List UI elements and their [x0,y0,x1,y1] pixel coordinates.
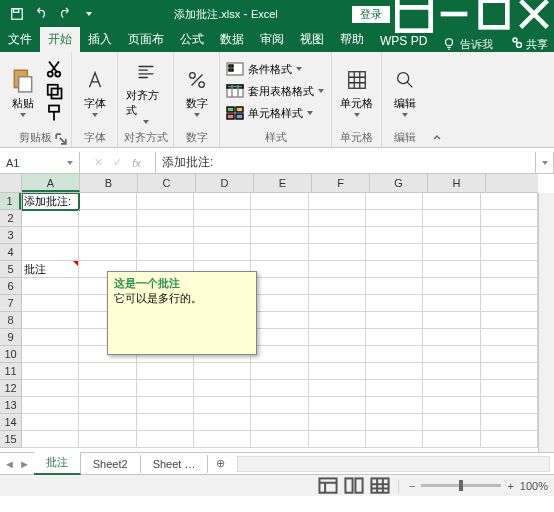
cell[interactable] [366,380,423,397]
cell-A1[interactable]: 添加批注: [22,193,79,210]
cell[interactable] [309,210,366,227]
cell[interactable] [251,346,308,363]
cell[interactable] [423,261,480,278]
cell[interactable] [194,414,251,431]
cell[interactable] [309,346,366,363]
conditional-format-button[interactable]: 条件格式 [224,60,326,78]
row-header[interactable]: 13 [0,397,21,414]
cell[interactable] [251,227,308,244]
row-header[interactable]: 15 [0,431,21,448]
table-format-button[interactable]: 套用表格格式 [224,82,326,100]
cell[interactable] [423,193,480,210]
cell[interactable] [22,414,79,431]
tab-insert[interactable]: 插入 [80,27,120,52]
cell-styles-button[interactable]: 单元格样式 [224,104,326,122]
cells-area[interactable]: 添加批注: 批注 这是一个批注 它可以是多行的。 [22,193,538,452]
cell[interactable] [79,363,136,380]
cell[interactable] [366,312,423,329]
cell[interactable] [194,227,251,244]
cell[interactable] [194,363,251,380]
page-layout-view-icon[interactable] [344,478,364,494]
comment-popup[interactable]: 这是一个批注 它可以是多行的。 [107,271,257,355]
cell[interactable] [481,193,538,210]
cell[interactable] [79,244,136,261]
cell[interactable] [423,346,480,363]
cell[interactable] [481,329,538,346]
sheet-prev-icon[interactable]: ◄ [4,458,15,470]
row-header[interactable]: 2 [0,210,21,227]
cell[interactable] [79,414,136,431]
collapse-ribbon-icon[interactable] [428,52,446,147]
cell[interactable] [366,193,423,210]
cell[interactable] [366,244,423,261]
cell[interactable] [251,414,308,431]
vertical-scrollbar[interactable] [538,193,554,452]
cell-A5[interactable]: 批注 [22,261,79,278]
cell[interactable] [79,193,136,210]
row-header[interactable]: 12 [0,380,21,397]
col-header[interactable]: D [196,174,254,192]
col-header[interactable]: G [370,174,428,192]
cell[interactable] [309,244,366,261]
cell[interactable] [309,193,366,210]
cell[interactable] [366,414,423,431]
cell[interactable] [251,380,308,397]
cell[interactable] [423,210,480,227]
enter-icon[interactable]: ✓ [113,156,122,169]
sheet-tab[interactable]: Sheet2 [81,455,141,473]
cell[interactable] [423,329,480,346]
close-icon[interactable] [514,0,554,28]
cell[interactable] [194,210,251,227]
formula-input[interactable]: 添加批注: [156,152,536,173]
col-header[interactable]: A [22,174,80,192]
save-icon[interactable] [6,3,28,25]
undo-icon[interactable] [30,3,52,25]
cell[interactable] [137,244,194,261]
cell[interactable] [137,414,194,431]
cell[interactable] [309,414,366,431]
cell[interactable] [481,380,538,397]
cell[interactable] [309,261,366,278]
cell[interactable] [79,431,136,448]
minimize-icon[interactable] [434,0,474,28]
cells-button[interactable]: 单元格 [336,64,377,119]
cell[interactable] [22,363,79,380]
row-header[interactable]: 8 [0,312,21,329]
cell[interactable] [251,312,308,329]
cell[interactable] [251,363,308,380]
cell[interactable] [481,414,538,431]
cell[interactable] [79,227,136,244]
cell[interactable] [251,244,308,261]
cell[interactable] [22,295,79,312]
cell[interactable] [423,244,480,261]
editing-button[interactable]: 编辑 [386,64,424,119]
cell[interactable] [137,210,194,227]
cell[interactable] [22,346,79,363]
cell[interactable] [366,329,423,346]
cell[interactable] [22,329,79,346]
cell[interactable] [423,295,480,312]
cell[interactable] [22,210,79,227]
cell[interactable] [366,278,423,295]
qat-more-icon[interactable] [78,3,100,25]
cell[interactable] [309,380,366,397]
cell[interactable] [194,397,251,414]
tab-file[interactable]: 文件 [0,27,40,52]
cell[interactable] [22,278,79,295]
tab-data[interactable]: 数据 [212,27,252,52]
cell[interactable] [137,227,194,244]
cell[interactable] [194,380,251,397]
cell[interactable] [22,312,79,329]
tab-review[interactable]: 审阅 [252,27,292,52]
cell[interactable] [194,431,251,448]
select-all-corner[interactable] [0,174,22,193]
zoom-out-icon[interactable]: − [409,480,415,492]
col-header[interactable]: F [312,174,370,192]
cell[interactable] [137,193,194,210]
cell[interactable] [481,261,538,278]
col-header[interactable]: B [80,174,138,192]
cell[interactable] [79,210,136,227]
share-button[interactable]: 共享 [511,36,548,52]
zoom-slider[interactable] [421,484,501,487]
row-header[interactable]: 1 [0,193,21,210]
